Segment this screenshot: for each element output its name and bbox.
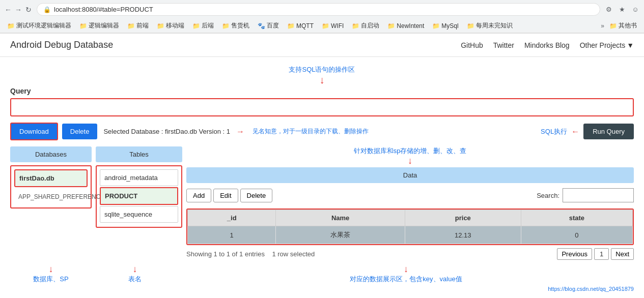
folder-icon: 📁 — [432, 22, 440, 29]
bookmark-item[interactable]: 📁 逻辑编辑器 — [76, 20, 122, 31]
forward-icon[interactable]: → — [14, 6, 22, 14]
bookmark-label: 移动端 — [166, 21, 184, 30]
database-item-shared-prefs[interactable]: APP_SHARED_PREFERENCES — [14, 189, 88, 204]
bookmark-label: NewIntent — [397, 22, 424, 29]
chevron-down-icon: ▼ — [627, 41, 634, 49]
bookmark-label: 自启动 — [361, 21, 379, 30]
db-info-text: Selected Database : firstDao.db Version … — [103, 128, 230, 135]
arrow-down-table: ↓ — [133, 264, 137, 274]
folder-icon: 📁 — [157, 22, 164, 29]
next-button[interactable]: Next — [611, 248, 634, 260]
nav-twitter[interactable]: Twitter — [493, 41, 514, 49]
arrow-down-data: ↓ — [404, 264, 408, 274]
search-area: Search: — [537, 188, 634, 202]
data-header: Data — [186, 167, 634, 183]
bookmark-label: 测试环境逻辑编辑器 — [16, 21, 71, 30]
crud-annotation-text: 针对数据库和sp存储的增、删、改、查 — [354, 147, 467, 155]
refresh-icon[interactable]: ↻ — [24, 6, 33, 14]
cell-id: 1 — [188, 226, 276, 244]
databases-list: firstDao.db APP_SHARED_PREFERENCES — [10, 165, 92, 208]
nav-github[interactable]: GitHub — [461, 41, 483, 49]
url-text: localhost:8080/#table=PRODUCT — [54, 6, 153, 13]
previous-button[interactable]: Previous — [557, 248, 592, 260]
query-label: Query — [10, 87, 634, 95]
table-header-row: _id Name price state — [188, 210, 633, 226]
bookmark-item[interactable]: 📁 WIFI — [319, 21, 347, 31]
data-table-container: _id Name price state 1 水果茶 12.13 0 — [186, 208, 634, 245]
databases-header: Databases — [10, 146, 92, 162]
bookmark-label: MySql — [441, 22, 458, 29]
table-item-android-metadata[interactable]: android_metadata — [100, 169, 178, 186]
tables-column: Tables android_metadata PRODUCT sqlite_s… — [96, 146, 182, 260]
bookmark-item[interactable]: 📁 测试环境逻辑编辑器 — [4, 20, 74, 31]
data-column: 针对数据库和sp存储的增、删、改、查 ↓ Data Add Edit Delet… — [186, 146, 634, 260]
url-bottom: https://blog.csdn.net/qq_20451879 — [10, 286, 634, 292]
bookmark-item[interactable]: 📁 每周未完知识 — [464, 20, 516, 31]
bookmark-item[interactable]: 🐾 百度 — [255, 20, 282, 31]
nav-other-projects[interactable]: Other Projects ▼ — [580, 41, 634, 49]
table-bottom-annotation: ↓ 表名 — [92, 264, 178, 284]
query-input[interactable] — [10, 98, 634, 116]
account-icon[interactable]: ☺ — [631, 5, 640, 14]
data-bottom-annotation: ↓ 对应的数据展示区，包含key、value值 — [178, 264, 634, 284]
cell-state: 0 — [521, 226, 632, 244]
table-row[interactable]: 1 水果茶 12.13 0 — [188, 226, 633, 244]
data-toolbar: Add Edit Delete Search: — [186, 186, 634, 204]
folder-icon: 📁 — [222, 22, 230, 29]
folder-icon: 📁 — [387, 22, 395, 29]
data-area-annotation: 针对数据库和sp存储的增、删、改、查 ↓ — [186, 146, 634, 166]
folder-icon: 📁 — [352, 22, 359, 29]
back-icon[interactable]: ← — [4, 6, 12, 14]
bookmark-item[interactable]: 📁 MySql — [429, 21, 461, 31]
run-query-area: SQL执行 ← Run Query — [541, 124, 634, 139]
database-item-firstdao[interactable]: firstDao.db — [14, 169, 88, 187]
add-button[interactable]: Add — [186, 189, 211, 202]
data-delete-button[interactable]: Delete — [240, 189, 273, 202]
address-bar[interactable]: 🔒 localhost:8080/#table=PRODUCT — [37, 3, 600, 16]
browser-action-buttons: ⚙ ★ ☺ — [604, 5, 640, 14]
pagination-info: Showing 1 to 1 of 1 entries 1 row select… — [186, 250, 315, 258]
paw-icon: 🐾 — [258, 22, 265, 29]
edit-button[interactable]: Edit — [213, 189, 238, 202]
bookmark-label: WIFI — [331, 22, 344, 29]
app-title: Android Debug Database — [10, 40, 113, 50]
bookmark-item[interactable]: 📁 售货机 — [219, 20, 253, 31]
profile-icon[interactable]: ⚙ — [604, 5, 613, 14]
arrow-down-top: ↓ — [320, 74, 325, 85]
arrow-right-toolbar: → — [236, 127, 244, 136]
data-table: _id Name price state 1 水果茶 12.13 0 — [187, 210, 633, 244]
search-input[interactable] — [563, 188, 634, 202]
bookmark-other[interactable]: 📁 其他书 — [606, 20, 640, 31]
run-query-button[interactable]: Run Query — [583, 124, 634, 139]
sql-annotation-text: SQL执行 — [541, 127, 567, 136]
bookmark-item[interactable]: 📁 移动端 — [154, 20, 187, 31]
app-header: Android Debug Database GitHub Twitter Mi… — [0, 34, 644, 57]
row-selected-info: 1 row selected — [272, 250, 315, 258]
pagination-controls: Previous 1 Next — [557, 248, 634, 260]
bookmark-label: 后端 — [202, 21, 214, 30]
data-annotation-text: 对应的数据展示区，包含key、value值 — [350, 275, 462, 283]
folder-icon: 📁 — [79, 22, 87, 29]
nav-mindorks[interactable]: Mindorks Blog — [524, 41, 570, 49]
bookmark-item[interactable]: 📁 MQTT — [284, 21, 317, 31]
folder-icon: 📁 — [127, 22, 135, 29]
bookmark-item[interactable]: 📁 前端 — [124, 20, 152, 31]
bookmark-item[interactable]: 📁 NewIntent — [384, 21, 427, 31]
current-page: 1 — [594, 248, 609, 260]
db-bottom-annotation: ↓ 数据库、SP — [10, 264, 92, 284]
star-icon[interactable]: ★ — [618, 5, 627, 14]
folder-icon: 📁 — [322, 22, 329, 29]
sql-area-annotation: 支持SQL语句的操作区 — [289, 66, 355, 73]
browser-toolbar: ← → ↻ 🔒 localhost:8080/#table=PRODUCT ⚙ … — [0, 0, 644, 19]
main-content: 支持SQL语句的操作区 ↓ Query Download Delete Sele… — [0, 57, 644, 298]
bookmarks-more-button[interactable]: » — [601, 22, 604, 29]
table-item-product[interactable]: PRODUCT — [100, 187, 178, 205]
delete-button[interactable]: Delete — [62, 124, 98, 139]
bookmark-item[interactable]: 📁 后端 — [189, 20, 217, 31]
col-header-id: _id — [188, 210, 276, 226]
table-item-sqlite-sequence[interactable]: sqlite_sequence — [100, 206, 178, 223]
bookmark-item[interactable]: 📁 自启动 — [349, 20, 382, 31]
three-column-layout: Databases firstDao.db APP_SHARED_PREFERE… — [10, 146, 634, 260]
tables-header: Tables — [96, 146, 182, 162]
download-button[interactable]: Download — [10, 123, 58, 140]
